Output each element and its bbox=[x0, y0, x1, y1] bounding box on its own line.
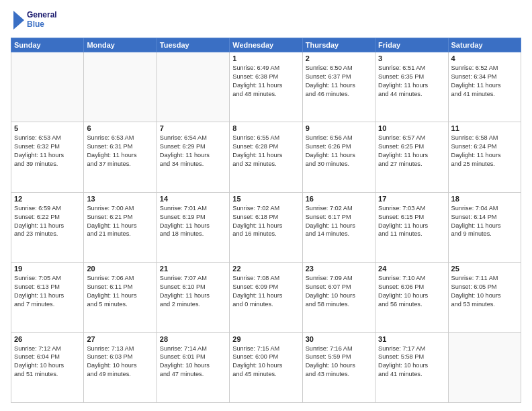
cell-info: Sunrise: 6:53 AM bbox=[14, 134, 81, 142]
cell-info: Sunset: 6:35 PM bbox=[378, 73, 445, 81]
calendar-cell bbox=[11, 52, 84, 122]
svg-marker-0 bbox=[13, 11, 24, 30]
cell-info: Sunset: 6:01 PM bbox=[160, 353, 226, 361]
cell-info: and 14 minutes. bbox=[306, 230, 372, 238]
header: GeneralBlue bbox=[11, 8, 521, 32]
cell-info: Sunset: 5:59 PM bbox=[306, 353, 372, 361]
weekday-header: Thursday bbox=[302, 38, 375, 52]
cell-info: Sunset: 6:32 PM bbox=[14, 142, 81, 151]
cell-info: Daylight: 11 hours bbox=[87, 291, 153, 300]
cell-info: Daylight: 10 hours bbox=[14, 361, 81, 370]
cell-info: Daylight: 11 hours bbox=[378, 222, 445, 230]
cell-info: and 47 minutes. bbox=[160, 370, 226, 379]
cell-info: and 9 minutes. bbox=[451, 230, 518, 238]
cell-info: Sunrise: 7:05 AM bbox=[14, 274, 81, 283]
weekday-header: Monday bbox=[84, 38, 157, 52]
calendar-week-row: 19Sunrise: 7:05 AMSunset: 6:13 PMDayligh… bbox=[11, 263, 521, 332]
calendar-table: SundayMondayTuesdayWednesdayThursdayFrid… bbox=[11, 38, 521, 403]
cell-info: Sunset: 6:11 PM bbox=[87, 283, 153, 291]
calendar-cell: 31Sunrise: 7:17 AMSunset: 5:58 PMDayligh… bbox=[375, 332, 448, 402]
day-number: 9 bbox=[306, 124, 372, 132]
cell-info: Sunrise: 7:02 AM bbox=[232, 204, 299, 213]
cell-info: Daylight: 11 hours bbox=[306, 151, 372, 160]
day-number: 29 bbox=[232, 335, 299, 343]
cell-info: and 56 minutes. bbox=[378, 300, 445, 309]
day-number: 2 bbox=[306, 54, 372, 62]
cell-info: Daylight: 11 hours bbox=[14, 151, 81, 160]
calendar-cell: 10Sunrise: 6:57 AMSunset: 6:25 PMDayligh… bbox=[375, 122, 448, 192]
cell-info: Sunrise: 7:01 AM bbox=[160, 204, 226, 213]
day-number: 12 bbox=[14, 195, 81, 203]
cell-info: Sunset: 6:10 PM bbox=[160, 283, 226, 291]
cell-info: Sunrise: 7:11 AM bbox=[451, 274, 518, 283]
cell-info: and 27 minutes. bbox=[378, 160, 445, 169]
calendar-cell: 12Sunrise: 6:59 AMSunset: 6:22 PMDayligh… bbox=[11, 192, 84, 262]
cell-info: Sunset: 6:03 PM bbox=[87, 353, 153, 361]
weekday-header: Wednesday bbox=[230, 38, 302, 52]
svg-text:Blue: Blue bbox=[27, 19, 44, 29]
cell-info: and 11 minutes. bbox=[378, 230, 445, 238]
calendar-cell: 8Sunrise: 6:55 AMSunset: 6:28 PMDaylight… bbox=[230, 122, 302, 192]
cell-info: Daylight: 11 hours bbox=[14, 222, 81, 230]
cell-info: Sunset: 6:37 PM bbox=[306, 73, 372, 81]
cell-info: Sunset: 6:04 PM bbox=[14, 353, 81, 361]
cell-info: Sunrise: 7:17 AM bbox=[378, 345, 445, 353]
day-number: 10 bbox=[378, 124, 445, 132]
cell-info: and 2 minutes. bbox=[160, 300, 226, 309]
cell-info: Daylight: 10 hours bbox=[378, 361, 445, 370]
calendar-cell bbox=[84, 52, 157, 122]
calendar-cell: 18Sunrise: 7:04 AMSunset: 6:14 PMDayligh… bbox=[448, 192, 521, 262]
cell-info: Sunset: 6:38 PM bbox=[232, 73, 299, 81]
cell-info: Daylight: 11 hours bbox=[160, 222, 226, 230]
logo: GeneralBlue bbox=[11, 8, 58, 32]
cell-info: and 7 minutes. bbox=[14, 300, 81, 309]
cell-info: Sunrise: 7:06 AM bbox=[87, 274, 153, 283]
svg-text:General: General bbox=[27, 10, 57, 19]
day-number: 6 bbox=[87, 124, 153, 132]
calendar-cell: 26Sunrise: 7:12 AMSunset: 6:04 PMDayligh… bbox=[11, 332, 84, 402]
cell-info: Daylight: 11 hours bbox=[232, 291, 299, 300]
cell-info: Sunrise: 6:57 AM bbox=[378, 134, 445, 142]
calendar-cell: 11Sunrise: 6:58 AMSunset: 6:24 PMDayligh… bbox=[448, 122, 521, 192]
cell-info: and 58 minutes. bbox=[306, 300, 372, 309]
cell-info: Sunset: 6:17 PM bbox=[306, 213, 372, 222]
cell-info: Daylight: 11 hours bbox=[232, 222, 299, 230]
day-number: 16 bbox=[306, 195, 372, 203]
cell-info: and 48 minutes. bbox=[232, 90, 299, 99]
weekday-header: Saturday bbox=[448, 38, 521, 52]
cell-info: Sunrise: 6:59 AM bbox=[14, 204, 81, 213]
cell-info: Sunset: 6:25 PM bbox=[378, 142, 445, 151]
day-number: 31 bbox=[378, 335, 445, 343]
cell-info: and 32 minutes. bbox=[232, 160, 299, 169]
calendar-cell: 7Sunrise: 6:54 AMSunset: 6:29 PMDaylight… bbox=[157, 122, 229, 192]
cell-info: Daylight: 10 hours bbox=[87, 361, 153, 370]
cell-info: Sunrise: 6:51 AM bbox=[378, 64, 445, 73]
cell-info: Sunrise: 6:55 AM bbox=[232, 134, 299, 142]
cell-info: Sunrise: 6:54 AM bbox=[160, 134, 226, 142]
day-number: 13 bbox=[87, 195, 153, 203]
cell-info: Sunrise: 6:56 AM bbox=[306, 134, 372, 142]
day-number: 26 bbox=[14, 335, 81, 343]
calendar-cell: 22Sunrise: 7:08 AMSunset: 6:09 PMDayligh… bbox=[230, 263, 302, 332]
cell-info: Sunset: 6:06 PM bbox=[378, 283, 445, 291]
calendar-cell: 23Sunrise: 7:09 AMSunset: 6:07 PMDayligh… bbox=[302, 263, 375, 332]
cell-info: Sunrise: 6:52 AM bbox=[451, 64, 518, 73]
calendar-cell: 5Sunrise: 6:53 AMSunset: 6:32 PMDaylight… bbox=[11, 122, 84, 192]
day-number: 21 bbox=[160, 265, 226, 273]
calendar-cell bbox=[157, 52, 229, 122]
calendar-week-row: 12Sunrise: 6:59 AMSunset: 6:22 PMDayligh… bbox=[11, 192, 521, 262]
cell-info: and 44 minutes. bbox=[378, 90, 445, 99]
cell-info: Daylight: 11 hours bbox=[378, 81, 445, 90]
day-number: 22 bbox=[232, 265, 299, 273]
cell-info: Daylight: 10 hours bbox=[160, 361, 226, 370]
cell-info: and 21 minutes. bbox=[87, 230, 153, 238]
cell-info: Daylight: 10 hours bbox=[306, 291, 372, 300]
cell-info: Sunrise: 6:58 AM bbox=[451, 134, 518, 142]
cell-info: Sunset: 6:00 PM bbox=[232, 353, 299, 361]
cell-info: Sunset: 6:15 PM bbox=[378, 213, 445, 222]
cell-info: Daylight: 10 hours bbox=[306, 361, 372, 370]
day-number: 1 bbox=[232, 54, 299, 62]
cell-info: Sunset: 6:09 PM bbox=[232, 283, 299, 291]
cell-info: Sunrise: 7:10 AM bbox=[378, 274, 445, 283]
day-number: 20 bbox=[87, 265, 153, 273]
